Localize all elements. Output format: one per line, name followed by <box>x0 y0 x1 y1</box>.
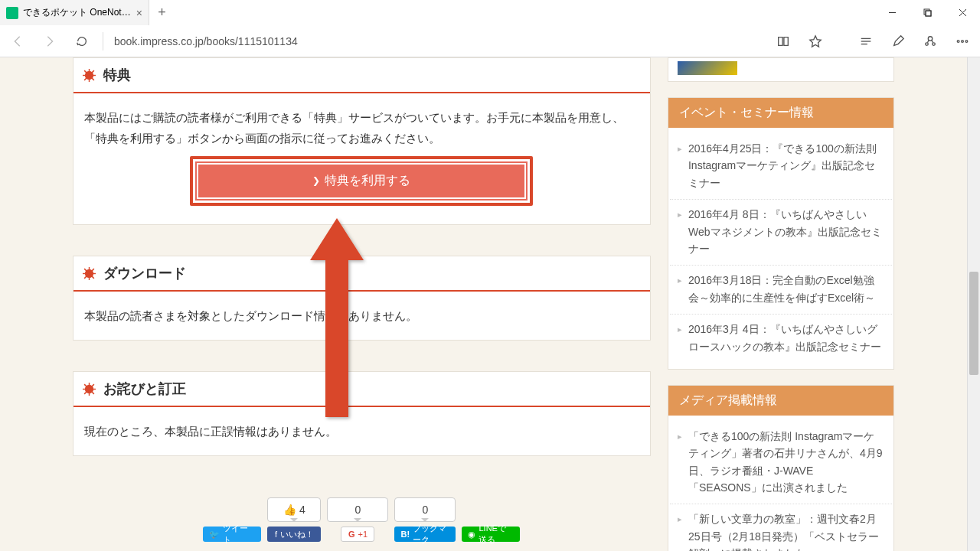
chevron-right-icon: ▸ <box>678 428 682 497</box>
facebook-icon: f <box>275 530 277 539</box>
browser-tab[interactable]: できるポケット OneNote 2 × <box>0 0 149 25</box>
sidebar-heading: イベント・セミナー情報 <box>668 98 893 128</box>
hatena-bookmark-button[interactable]: B!ブックマーク <box>394 527 456 542</box>
use-tokuten-button[interactable]: ❯ 特典を利用する <box>197 163 526 199</box>
svg-line-13 <box>927 40 929 43</box>
section-title: 特典 <box>103 66 131 84</box>
scrollbar-track[interactable] <box>967 57 980 551</box>
url-field[interactable]: book.impress.co.jp/books/1115101134 <box>109 35 766 47</box>
event-item[interactable]: ▸2016年3月 4日：『いちばんやさしいグロースハックの教本』出版記念セミナー <box>670 315 892 363</box>
address-bar: book.impress.co.jp/books/1115101134 <box>0 25 980 57</box>
tab-title: できるポケット OneNote 2 <box>23 6 132 19</box>
twitter-icon: 🐦 <box>209 530 220 540</box>
window-titlebar: できるポケット OneNote 2 × + <box>0 0 980 25</box>
download-body-text: 本製品の読者さまを対象としたダウンロード情報はありません。 <box>74 292 650 340</box>
share-icon[interactable] <box>916 27 945 56</box>
window-minimize-button[interactable] <box>874 0 910 25</box>
chevron-right-icon: ▸ <box>678 510 682 551</box>
page-content: 特典 本製品にはご購読の読者様がご利用できる「特典」サービスがついています。お手… <box>0 57 967 551</box>
chevron-right-icon: ▸ <box>678 321 682 355</box>
event-item[interactable]: ▸2016年3月18日：完全自動のExcel勉強会～効率的に生産性を伸ばすExc… <box>670 266 892 315</box>
line-icon: ◉ <box>468 530 475 540</box>
chevron-right-icon: ▸ <box>678 206 682 257</box>
media-item[interactable]: ▸「できる100の新法則 Instagramマーケティング」著者の石井リナさんが… <box>670 422 892 505</box>
forward-button[interactable] <box>35 27 64 56</box>
sidebar-media: メディア掲載情報 ▸「できる100の新法則 Instagramマーケティング」著… <box>668 385 894 551</box>
line-send-button[interactable]: ◉LINEで送る <box>462 527 520 542</box>
starburst-icon <box>83 267 96 280</box>
tokuten-body-text: 本製品にはご購読の読者様がご利用できる「特典」サービスがついています。お手元に本… <box>84 107 639 148</box>
section-errata: お詫びと訂正 現在のところ、本製品に正誤情報はありません。 <box>73 371 651 456</box>
section-title: ダウンロード <box>103 264 186 282</box>
window-close-button[interactable] <box>945 0 980 25</box>
svg-point-16 <box>962 40 964 42</box>
cta-label: 特典を利用する <box>325 170 410 192</box>
reading-view-icon[interactable] <box>769 27 798 56</box>
svg-rect-2 <box>926 11 931 16</box>
social-share-row: 🐦ツイート 👍 4 fいいね！ 0 G+1 0 B!ブックマーク ◉LINEで送… <box>73 487 651 542</box>
chevron-right-icon: ▸ <box>678 272 682 306</box>
hatena-count: 0 <box>394 497 456 522</box>
new-tab-button[interactable]: + <box>149 0 175 25</box>
window-maximize-button[interactable] <box>910 0 945 25</box>
facebook-like-button[interactable]: fいいね！ <box>267 527 321 542</box>
thumbs-up-icon: 👍 <box>283 504 296 516</box>
chevron-right-icon: ❯ <box>312 173 320 190</box>
separator <box>103 32 103 51</box>
hub-icon[interactable] <box>851 27 880 56</box>
media-item[interactable]: ▸「新しい文章力の教室」：週刊文春2月25日号（2月18日発売）「ベストセラー解… <box>670 504 892 551</box>
svg-point-15 <box>957 40 959 42</box>
section-title: お詫びと訂正 <box>103 380 186 398</box>
event-item[interactable]: ▸2016年4月25日：『できる100の新法則 Instagramマーケティング… <box>670 134 892 200</box>
sidebar-thumb-box <box>668 57 894 82</box>
google-plus-button[interactable]: G+1 <box>341 527 374 542</box>
favorite-star-icon[interactable] <box>801 27 830 56</box>
section-download: ダウンロード 本製品の読者さまを対象としたダウンロード情報はありません。 <box>73 256 651 341</box>
hatena-icon: B! <box>400 530 410 539</box>
twitter-share-button[interactable]: 🐦ツイート <box>203 527 261 542</box>
tab-close-icon[interactable]: × <box>136 7 142 19</box>
sidebar-events: イベント・セミナー情報 ▸2016年4月25日：『できる100の新法則 Inst… <box>668 97 894 370</box>
back-button[interactable] <box>3 27 32 56</box>
starburst-icon <box>83 69 96 82</box>
svg-marker-6 <box>810 35 821 46</box>
cta-highlight-frame: ❯ 特典を利用する <box>190 156 533 206</box>
section-tokuten: 特典 本製品にはご購読の読者様がご利用できる「特典」サービスがついています。お手… <box>73 57 651 225</box>
tab-favicon-icon <box>6 7 18 19</box>
svg-point-17 <box>965 40 968 42</box>
refresh-button[interactable] <box>67 27 96 56</box>
fb-like-count: 👍 4 <box>267 497 321 522</box>
svg-line-14 <box>932 40 933 43</box>
scrollbar-thumb[interactable] <box>969 272 978 375</box>
errata-body-text: 現在のところ、本製品に正誤情報はありません。 <box>74 407 650 455</box>
gplus-count: 0 <box>327 497 388 522</box>
svg-point-11 <box>926 42 929 45</box>
chevron-right-icon: ▸ <box>678 140 682 191</box>
starburst-icon <box>83 383 96 396</box>
sidebar-heading: メディア掲載情報 <box>668 386 893 416</box>
book-thumbnail-icon <box>678 61 737 75</box>
svg-point-12 <box>933 42 936 45</box>
more-icon[interactable] <box>948 27 977 56</box>
event-item[interactable]: ▸2016年4月 8日：『いちばんやさしいWebマネジメントの教本』出版記念セミ… <box>670 200 892 266</box>
web-note-icon[interactable] <box>884 27 913 56</box>
